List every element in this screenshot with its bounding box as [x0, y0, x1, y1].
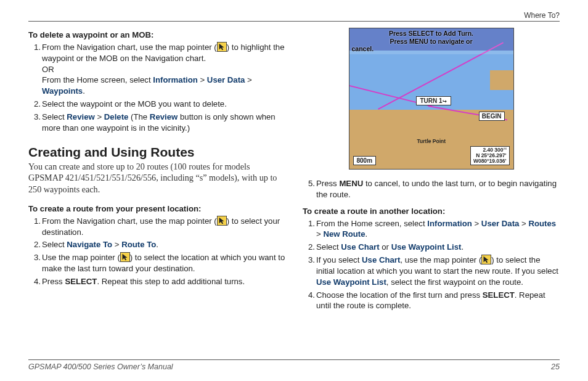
step: From the Navigation chart, use the map p…: [42, 42, 285, 97]
heading-routes: Creating and Using Routes: [28, 145, 285, 160]
footer-book-title: GPSMAP 400/500 Series Owner’s Manual: [28, 363, 173, 371]
text: Select: [316, 242, 341, 252]
text: cancel.: [352, 45, 374, 53]
text: , select the first waypoint on the route…: [386, 277, 523, 287]
map-banner: Press SELECT to Add Turn. Press MENU to …: [349, 28, 513, 54]
map-land: [490, 70, 513, 90]
pointer-icon: [120, 252, 130, 262]
keyword: Navigate To: [67, 240, 112, 249]
page-number: 25: [551, 363, 560, 371]
task-heading: To create a route from your present loca…: [28, 204, 285, 213]
task-heading: To delete a waypoint or an MOB:: [28, 30, 285, 39]
begin-label: BEGIN: [479, 112, 505, 121]
text: Press: [316, 179, 339, 188]
footer: GPSMAP 400/500 Series Owner’s Manual 25: [28, 359, 560, 371]
device-screenshot: Press SELECT to Add Turn. Press MENU to …: [349, 28, 514, 170]
text: , use the map pointer (: [400, 255, 481, 264]
keyword: Route To: [121, 240, 156, 249]
text: . Repeat this step to add additional tur…: [97, 277, 245, 286]
coord-box: 2.40 300ᴹ N 25°26.297' W080°19.036': [470, 146, 510, 165]
keyword: Use Waypoint List: [316, 277, 386, 287]
text: Select: [42, 112, 67, 121]
keyword: Review: [150, 112, 178, 121]
step: Press MENU to cancel, to undo the last t…: [316, 178, 560, 200]
keyword: Information: [427, 219, 472, 228]
keyword: SELECT: [65, 277, 97, 286]
pointer-icon: [217, 42, 227, 52]
keyword: Delete: [104, 112, 129, 121]
keyword: SELECT: [483, 290, 515, 300]
right-column: Press SELECT to Add Turn. Press MENU to …: [303, 28, 560, 318]
step: Select Review > Delete (The Review butto…: [42, 112, 285, 134]
step: Select the waypoint or the MOB you want …: [42, 99, 285, 110]
keyword: Routes: [528, 219, 556, 228]
step: Select Use Chart or Use Waypoint List.: [316, 242, 560, 253]
pointer-icon: [217, 216, 227, 226]
create-route-present-steps: From the Navigation chart, use the map p…: [28, 216, 285, 287]
keyword: Use Waypoint List: [391, 242, 462, 252]
text: From the Home screen, select: [42, 75, 153, 84]
keyword: Waypoints: [42, 86, 83, 96]
page: Where To? To delete a waypoint or an MOB…: [0, 0, 588, 318]
keyword: Review: [67, 112, 94, 121]
step: Choose the location of the first turn an…: [316, 290, 560, 312]
create-route-other-steps: From the Home screen, select Information…: [303, 218, 560, 312]
intro-paragraph: You can create and store up to 20 routes…: [28, 161, 285, 195]
map-place-label: Turtle Point: [417, 138, 446, 144]
keyword: New Route: [323, 229, 365, 239]
create-route-present-cont: Press MENU to cancel, to undo the last t…: [303, 178, 560, 200]
step: From the Navigation chart, use the map p…: [42, 216, 285, 238]
step: From the Home screen, select Information…: [316, 218, 560, 240]
text: Select: [42, 240, 67, 249]
text: From the Home screen, select: [316, 219, 427, 228]
keyword: MENU: [339, 179, 363, 188]
text: If you select: [316, 255, 362, 264]
keyword: Information: [153, 75, 198, 84]
text: (The: [128, 112, 149, 121]
text: W080°19.036': [473, 158, 507, 164]
delete-waypoint-steps: From the Navigation chart, use the map p…: [28, 42, 285, 134]
section-header: Where To?: [28, 11, 560, 22]
text: From the Navigation chart, use the map p…: [42, 43, 217, 52]
step: Select Navigate To > Route To.: [42, 239, 285, 250]
text: Press MENU to navigate or: [390, 38, 472, 45]
text: Use the map pointer (: [42, 253, 120, 262]
text: Press SELECT to Add Turn.: [389, 30, 473, 37]
text: OR: [42, 65, 54, 74]
keyword: Use Chart: [341, 242, 379, 252]
text: or: [380, 242, 391, 252]
step: Press SELECT. Repeat this step to add ad…: [42, 276, 285, 287]
columns: To delete a waypoint or an MOB: From the…: [28, 28, 560, 318]
left-column: To delete a waypoint or an MOB: From the…: [28, 28, 285, 318]
scale-label: 800m: [353, 156, 377, 165]
step: If you select Use Chart, use the map poi…: [316, 255, 560, 287]
text: Choose the location of the first turn an…: [316, 290, 483, 300]
keyword: User Data: [481, 219, 520, 228]
turn-label: TURN 1↪: [416, 96, 451, 105]
keyword: User Data: [207, 75, 245, 84]
task-heading: To create a route in another location:: [303, 207, 560, 216]
step: Use the map pointer () to select the loc…: [42, 252, 285, 274]
pointer-icon: [481, 255, 491, 264]
keyword: Use Chart: [362, 255, 400, 264]
text: Press: [42, 277, 65, 286]
text: From the Navigation chart, use the map p…: [42, 216, 217, 226]
